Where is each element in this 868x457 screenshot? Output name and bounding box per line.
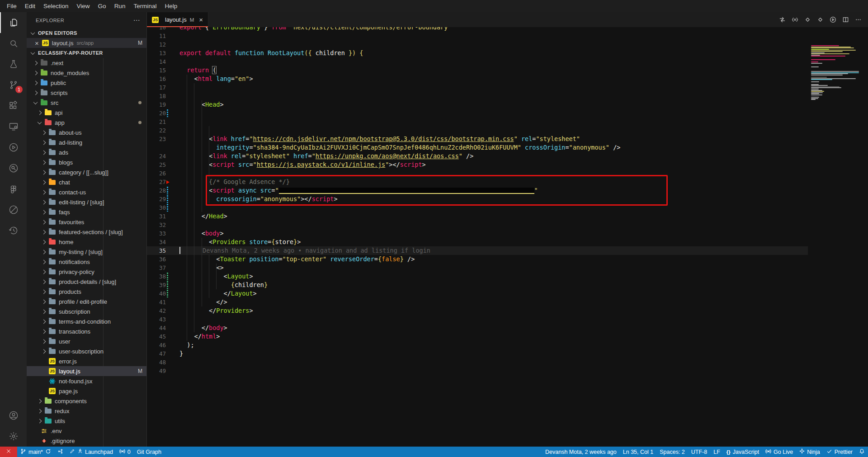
tree-folder-utils[interactable]: utils — [27, 416, 146, 426]
run-code-icon[interactable] — [830, 16, 836, 23]
status-screencast-count[interactable]: 0 — [116, 447, 134, 457]
more-actions-icon[interactable] — [855, 16, 862, 23]
activity-extensions-icon[interactable] — [0, 95, 27, 116]
open-editor-layout-js[interactable]: × JS layout.js src/app M — [27, 38, 146, 48]
tree-folder-subscription[interactable]: subscription — [27, 306, 146, 316]
tree-folder-terms-and-condition[interactable]: terms-and-condition — [27, 316, 146, 326]
tab-layout-js[interactable]: JS layout.js M × — [147, 12, 208, 27]
menu-help[interactable]: Help — [160, 0, 181, 12]
tree-folder-redux[interactable]: redux — [27, 406, 146, 416]
activity-disable-circle-icon[interactable] — [0, 199, 27, 220]
status-launchpad[interactable]: Launchpad — [66, 447, 116, 457]
tree-file-not-found-jsx[interactable]: not-found.jsx — [27, 376, 146, 386]
tree-folder-user-subscription[interactable]: user-subscription — [27, 346, 146, 356]
activity-run-circle-icon[interactable] — [0, 137, 27, 158]
tree-folder-home[interactable]: home — [27, 237, 146, 247]
tree-folder-chat[interactable]: chat — [27, 177, 146, 187]
status-git-graph[interactable]: Git Graph — [134, 447, 165, 457]
open-editors-header[interactable]: OPEN EDITORS — [27, 28, 146, 38]
tree-folder-ad-listing[interactable]: ad-listing — [27, 137, 146, 147]
tree-folder-scripts[interactable]: scripts — [27, 88, 146, 98]
tree-folder-category-slug[interactable]: category / [[...slug]] — [27, 167, 146, 177]
workspace-root-header[interactable]: ECLASSIFY-APP-ROUTER — [27, 48, 146, 58]
status-git-branch[interactable]: main* — [17, 447, 54, 457]
tree-folder-notifications[interactable]: notifications — [27, 257, 146, 267]
tree-folder-about-us[interactable]: about-us — [27, 127, 146, 137]
tree-file-page-js[interactable]: JSpage.js — [27, 386, 146, 396]
tree-folder-public[interactable]: public — [27, 78, 146, 88]
tree-folder-featured-sections-slug[interactable]: featured-sections / [slug] — [27, 227, 146, 237]
tree-file-layout-js[interactable]: JSlayout.jsM — [27, 366, 146, 376]
tree-folder-node-modules[interactable]: node_modules — [27, 68, 146, 78]
activity-search-extension-icon[interactable] — [0, 158, 27, 179]
tree-folder-products[interactable]: products — [27, 287, 146, 297]
tree-folder-blogs[interactable]: blogs — [27, 157, 146, 167]
activity-testing-icon[interactable] — [0, 54, 27, 75]
status-indentation[interactable]: Spaces: 2 — [656, 447, 688, 457]
close-icon[interactable]: × — [35, 40, 39, 47]
activity-explorer-icon[interactable] — [0, 12, 27, 33]
status-cursor-position[interactable]: Ln 35, Col 1 — [620, 447, 656, 457]
line-number: 20 — [147, 109, 166, 118]
tree-folder-transactions[interactable]: transactions — [27, 326, 146, 336]
tree-file-gitignore[interactable]: .gitignore — [27, 436, 146, 446]
menu-edit[interactable]: Edit — [21, 0, 39, 12]
split-editor-icon[interactable] — [842, 16, 849, 23]
tree-item-label: edit-listing / [slug] — [59, 199, 104, 206]
menu-selection[interactable]: Selection — [39, 0, 73, 12]
status-gitlens-blame[interactable]: Devansh Mota, 2 weeks ago — [542, 447, 620, 457]
tree-folder-components[interactable]: components — [27, 396, 146, 406]
code-line-25: 25 <script src="https://js.paystack.co/v… — [147, 160, 868, 169]
status-encoding[interactable]: UTF-8 — [688, 447, 710, 457]
activity-source-control-icon[interactable]: 1 — [0, 75, 27, 95]
activity-figma-icon[interactable] — [0, 179, 27, 199]
tree-folder-product-details-slug[interactable]: product-details / [slug] — [27, 277, 146, 287]
menu-view[interactable]: View — [73, 0, 94, 12]
status-notifications[interactable] — [856, 447, 868, 457]
tree-file-error-js[interactable]: JSerror.js — [27, 356, 146, 366]
menu-file[interactable]: File — [3, 0, 21, 12]
tree-folder-profile-edit-profile[interactable]: profile / edit-profile — [27, 297, 146, 306]
tree-folder-src[interactable]: src — [27, 98, 146, 108]
git-gutter-modified-icon — [167, 281, 168, 289]
open-changes-icon[interactable] — [779, 16, 786, 23]
activity-settings-icon[interactable] — [0, 426, 27, 447]
compare-alt-icon[interactable] — [817, 16, 824, 23]
tree-folder-favourites[interactable]: favourites — [27, 217, 146, 227]
menu-terminal[interactable]: Terminal — [129, 0, 160, 12]
tree-file-jsconfig-json[interactable]: JSjsconfig.json — [27, 446, 146, 447]
explorer-sidebar: EXPLORER ⋯ OPEN EDITORS × JS layout.js s… — [27, 12, 147, 447]
activity-search-icon[interactable] — [0, 33, 27, 54]
status-eol[interactable]: LF — [710, 447, 723, 457]
explorer-more-actions-icon[interactable]: ⋯ — [133, 16, 140, 24]
tree-folder-app[interactable]: app — [27, 118, 146, 127]
line-number: 18 — [147, 92, 166, 100]
activity-timeline-icon[interactable] — [0, 220, 27, 241]
tree-folder-privacy-policy[interactable]: privacy-policy — [27, 267, 146, 277]
tree-folder-edit-listing-slug[interactable]: edit-listing / [slug] — [27, 197, 146, 207]
status-prettier[interactable]: Prettier — [823, 447, 856, 457]
code-editor[interactable]: 10export { ErrorBoundary } from "next/di… — [147, 27, 868, 447]
menu-go[interactable]: Go — [94, 0, 110, 12]
tree-folder-my-listing-slug[interactable]: my-listing / [slug] — [27, 247, 146, 257]
compare-icon[interactable] — [804, 16, 811, 23]
activity-remote-explorer-icon[interactable] — [0, 116, 27, 137]
status-git-graph-branch[interactable] — [54, 447, 66, 457]
activity-accounts-icon[interactable] — [0, 405, 27, 426]
tree-folder-api[interactable]: api — [27, 108, 146, 118]
tree-folder-user[interactable]: user — [27, 336, 146, 346]
status-language-mode[interactable]: {}JavaScript — [723, 447, 762, 457]
status-remote-indicator[interactable] — [0, 447, 17, 457]
status-go-live[interactable]: Go Live — [762, 447, 796, 457]
toggle-blame-icon[interactable] — [792, 16, 798, 23]
tree-folder-contact-us[interactable]: contact-us — [27, 187, 146, 197]
menu-run[interactable]: Run — [110, 0, 130, 12]
tree-folder-next[interactable]: .next — [27, 58, 146, 68]
status-label: Spaces: 2 — [660, 449, 685, 455]
minimap[interactable] — [811, 45, 862, 104]
tree-folder-faqs[interactable]: faqs — [27, 207, 146, 217]
tree-file-env[interactable]: .env — [27, 426, 146, 436]
status-console-ninja[interactable]: Ninja — [796, 447, 823, 457]
tab-close-icon[interactable]: × — [199, 16, 203, 23]
tree-folder-ads[interactable]: ads — [27, 147, 146, 157]
